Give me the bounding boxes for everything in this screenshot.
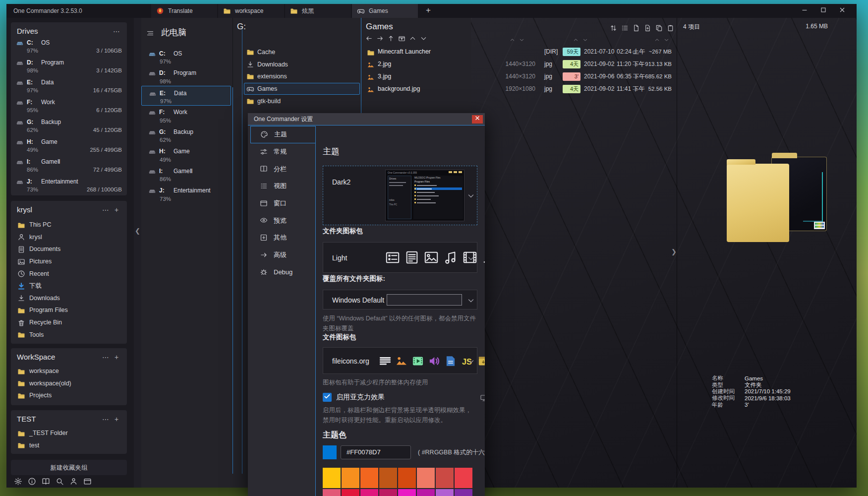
chevron-down-icon[interactable] xyxy=(467,297,474,304)
settings-nav-Debug[interactable]: Debug xyxy=(248,264,315,281)
sidebar-search-icon[interactable] xyxy=(56,477,64,486)
arrow-left-icon[interactable] xyxy=(365,35,373,42)
palette-color-swatch[interactable] xyxy=(417,468,435,488)
sort-asc-icon[interactable] xyxy=(654,36,660,41)
workspace-item[interactable]: Projects xyxy=(11,389,127,402)
theme-color-swatch[interactable] xyxy=(323,445,337,459)
folder-item[interactable]: gtk-build xyxy=(233,95,362,107)
collapse-left-handle[interactable]: ❮ xyxy=(135,227,140,235)
arrow-right-icon[interactable] xyxy=(376,35,384,42)
chev-up-icon[interactable] xyxy=(409,35,416,42)
titlebar[interactable]: One Commander 3.2.53.0 Translateworkspac… xyxy=(6,4,857,18)
sort-icon[interactable] xyxy=(610,24,617,32)
file-row[interactable]: Minecraft Launcher[DIR]59天2021-07-1002:2… xyxy=(362,46,677,58)
drive-item[interactable]: F:Work95%6 / 120GB xyxy=(11,96,127,116)
chevron-down-icon[interactable] xyxy=(467,254,474,261)
palette-color-swatch[interactable] xyxy=(342,489,359,496)
column-sort-control[interactable] xyxy=(654,36,669,41)
arrow-up-icon[interactable] xyxy=(387,35,395,42)
favorite-item[interactable]: Pictures xyxy=(11,255,127,268)
view-list-icon[interactable] xyxy=(621,24,629,32)
favorite-item[interactable]: This PC xyxy=(11,219,127,231)
new-tab-button[interactable]: + xyxy=(422,5,435,17)
palette-color-swatch[interactable] xyxy=(398,468,416,488)
drive-item[interactable]: J:Entertainment73%268 / 1000GB xyxy=(11,175,127,195)
file-icon[interactable] xyxy=(633,24,640,32)
palette-color-swatch[interactable] xyxy=(360,489,378,496)
favorite-item[interactable]: Tools xyxy=(11,328,127,341)
folder-item[interactable]: Cache xyxy=(233,46,362,59)
palette-color-swatch[interactable] xyxy=(455,489,472,496)
palette-color-swatch[interactable] xyxy=(436,468,454,488)
minimize-button[interactable] xyxy=(797,5,812,17)
favorite-item[interactable]: Documents xyxy=(11,243,127,255)
tree-drive-item[interactable]: C:OS97% xyxy=(141,47,231,66)
favorite-item[interactable]: Downloads xyxy=(11,292,127,305)
chevron-down-icon[interactable] xyxy=(467,192,474,199)
hex-color-input[interactable]: #FF0078D7 xyxy=(341,445,411,459)
palette-color-swatch[interactable] xyxy=(379,468,397,488)
drive-item[interactable]: C:OS97%3 / 106GB xyxy=(11,36,127,56)
palette-color-swatch[interactable] xyxy=(436,489,454,496)
palette-color-swatch[interactable] xyxy=(455,468,472,488)
workspace-item[interactable]: workspace xyxy=(11,365,127,377)
chev-down-icon[interactable] xyxy=(420,35,427,42)
tab-Translate[interactable]: Translate xyxy=(151,4,217,18)
settings-nav-其他[interactable]: 其他 xyxy=(248,229,315,247)
drive-item[interactable]: E:Data97%16 / 475GB xyxy=(11,76,127,96)
folder-item[interactable]: Games xyxy=(233,83,362,95)
palette-color-swatch[interactable] xyxy=(417,489,435,496)
sort-asc-icon[interactable] xyxy=(510,36,515,41)
palette-color-swatch[interactable] xyxy=(342,468,359,488)
palette-color-swatch[interactable] xyxy=(323,489,341,496)
panel-menu-icon[interactable]: ⋯ xyxy=(111,27,122,35)
sidebar-info-icon[interactable] xyxy=(28,477,36,486)
tab-workspace[interactable]: workspace xyxy=(218,4,284,18)
tab-Games[interactable]: Games xyxy=(352,4,418,18)
settings-nav-窗口[interactable]: 窗口 xyxy=(248,195,315,212)
sidebar-window-layout-icon[interactable] xyxy=(83,477,92,486)
favorite-item[interactable]: krysl xyxy=(11,231,127,244)
test-item[interactable]: _TEST Folder xyxy=(11,427,127,439)
tree-drive-item[interactable]: I:GameⅡ86% xyxy=(141,164,231,184)
column-sort-control[interactable] xyxy=(573,36,588,41)
panel-menu-icon[interactable]: ⋯ xyxy=(100,353,111,361)
sort-desc-icon[interactable] xyxy=(519,36,524,41)
palette-color-swatch[interactable] xyxy=(379,489,397,496)
panel-add-icon[interactable]: + xyxy=(111,206,122,214)
file-row[interactable]: 2.jpg1440×3120jpg4天2021-09-0211:20 下午-a-… xyxy=(362,58,677,70)
tab-炫黑[interactable]: 炫黑 xyxy=(285,4,351,18)
dialog-close-button[interactable] xyxy=(472,115,483,124)
settings-nav-视图[interactable]: 视图 xyxy=(248,178,315,195)
file-icons-dropdown[interactable]: fileicons.org JS xyxy=(323,347,477,374)
drive-item[interactable]: G:Backup62%45 / 120GB xyxy=(11,116,127,135)
palette-color-swatch[interactable] xyxy=(323,468,341,488)
palette-color-swatch[interactable] xyxy=(398,489,416,496)
favorite-item[interactable]: 下载 xyxy=(11,280,127,292)
tree-drive-item[interactable]: G:Backup62% xyxy=(141,125,231,145)
acrylic-checkbox[interactable] xyxy=(323,393,332,402)
sort-desc-icon[interactable] xyxy=(582,36,588,41)
tree-drive-item[interactable]: F:Work95% xyxy=(141,106,231,125)
workspace-item[interactable]: workspace(old) xyxy=(11,377,127,390)
favorite-item[interactable]: Program Files xyxy=(11,304,127,316)
settings-nav-常规[interactable]: 常规 xyxy=(248,143,315,161)
sidebar-gear-icon[interactable] xyxy=(14,477,22,486)
collapse-right-handle[interactable]: ❯ xyxy=(671,248,677,255)
file-row[interactable]: background.jpg1920×1080jpg4天2021-09-0211… xyxy=(362,83,677,95)
panel-menu-icon[interactable]: ⋯ xyxy=(100,206,111,214)
override-input[interactable] xyxy=(387,294,462,306)
settings-nav-分栏[interactable]: 分栏 xyxy=(248,160,315,178)
settings-nav-高级[interactable]: 高级 xyxy=(248,247,315,264)
menu-icon[interactable] xyxy=(146,29,155,36)
panel-add-icon[interactable]: + xyxy=(111,353,122,361)
maximize-button[interactable] xyxy=(816,5,831,17)
close-button[interactable] xyxy=(835,5,850,17)
folder-up-icon[interactable] xyxy=(398,35,405,42)
sidebar-dual-pane-icon[interactable] xyxy=(42,477,50,486)
paste-icon[interactable] xyxy=(667,24,674,32)
settings-nav-预览[interactable]: 预览 xyxy=(248,212,315,229)
file-plus-icon[interactable] xyxy=(644,24,651,32)
palette-color-swatch[interactable] xyxy=(360,468,378,488)
tree-drive-item[interactable]: D:Program98% xyxy=(141,66,231,86)
